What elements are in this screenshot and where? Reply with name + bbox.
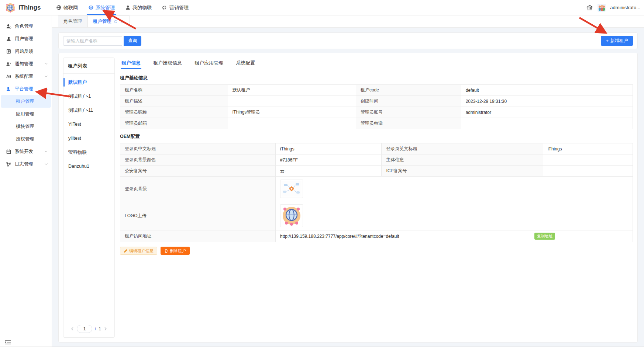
info-row: 公安备案号云-ICP备案号 [120, 166, 633, 177]
chevron-up-icon [44, 87, 48, 91]
login-bg-cell [275, 177, 633, 201]
detail-tab[interactable]: 租户信息 [121, 58, 141, 70]
user-icon [6, 36, 11, 42]
topnav-item[interactable]: 我的物联 [121, 0, 156, 15]
open-tab-label: 租户管理 [93, 18, 111, 25]
collapse-menu-icon[interactable] [5, 339, 11, 345]
open-tab[interactable]: 租户管理 [87, 15, 130, 27]
detail-tab[interactable]: 租户授权信息 [152, 58, 183, 70]
tenant-list-item[interactable]: yllltest [63, 131, 114, 145]
pencil-icon [124, 249, 128, 253]
cell-label: 租户访问地址 [120, 230, 276, 242]
sidebar-item-label: 问题反馈 [15, 48, 33, 55]
tenant-list-item[interactable]: 萤科物联 [63, 145, 114, 159]
toolbar: 查询 + 新增租户 [58, 32, 638, 49]
sidebar-item[interactable]: 平台管理 [0, 83, 52, 95]
delete-tenant-button[interactable]: 删除租户 [161, 247, 190, 255]
refresh-icon[interactable] [114, 20, 118, 24]
app-logo[interactable]: iThings [0, 3, 52, 13]
cell-label: 登录页背景颜色 [120, 154, 276, 166]
open-tab-label: 角色管理 [63, 18, 82, 25]
topnav-label: 系统管理 [96, 4, 115, 11]
avatar[interactable] [597, 4, 606, 12]
tenant-card: 租户列表 默认租户测试租户-1测试租户-11YITestyllltest萤科物联… [58, 53, 638, 343]
sidebar-item[interactable]: 角色管理 [0, 20, 52, 32]
gear-icon [88, 5, 94, 10]
cell-label: 租户描述 [120, 96, 228, 107]
sidebar-subitem[interactable]: 租户管理 [1, 95, 51, 108]
feedback-icon [6, 49, 11, 54]
tenant-url-row: 租户访问地址 http://139.159.188.223:7777/app/c… [120, 230, 633, 242]
topnav-item[interactable]: 营销管理 [158, 0, 193, 15]
sidebar-item[interactable]: 用户管理 [0, 32, 52, 45]
app-window: iThings 物联网 系统管理 我的物联 营销管理 [0, 0, 644, 351]
sidebar-item-label: 角色管理 [15, 23, 33, 29]
edit-tenant-button[interactable]: 编辑租户信息 [120, 247, 157, 255]
sidebar-subitem[interactable]: 授权管理 [1, 133, 51, 145]
tenant-list-item[interactable]: 测试租户-1 [63, 89, 114, 103]
sidebar-item[interactable]: 通知管理 [0, 58, 52, 70]
sidebar-item-label: 通知管理 [15, 61, 33, 67]
prev-page-icon[interactable] [70, 327, 74, 331]
search-input[interactable] [63, 36, 122, 46]
devtool-icon [6, 149, 11, 154]
pagination: / 1 [63, 321, 114, 337]
sidebar-subitem[interactable]: 应用管理 [1, 108, 51, 120]
basic-info-section-title: 租户基础信息 [120, 75, 633, 81]
login-bg-image[interactable] [280, 180, 303, 198]
main-content: 查询 + 新增租户 租户列表 默认租户测试租户-1测试租户-11YITestyl… [52, 28, 644, 347]
cell-label: 管理员电话 [356, 118, 461, 129]
bank-icon[interactable] [586, 4, 593, 11]
cell-value: iThings [275, 143, 382, 154]
cell-value [543, 166, 633, 177]
logo-globe-icon [5, 3, 16, 13]
trash-icon [164, 249, 168, 253]
close-icon[interactable] [120, 20, 124, 24]
app-title: iThings [18, 4, 41, 11]
total-pages: 1 [99, 326, 101, 331]
tenant-list-item[interactable]: YITest [63, 117, 114, 131]
open-tab[interactable]: 角色管理 [58, 15, 87, 27]
sidebar-item[interactable]: 问题反馈 [0, 45, 52, 58]
tenant-logo-image[interactable] [280, 204, 303, 227]
role-icon [6, 24, 11, 29]
tenant-url[interactable]: http://139.159.188.223:7777/app/core/#/?… [280, 234, 399, 239]
detail-actions: 编辑租户信息 删除租户 [120, 247, 633, 255]
tenant-detail-panel: 租户信息租户授权信息租户应用管理系统配置 租户基础信息 租户名称默认租户租户co… [120, 58, 633, 338]
query-button[interactable]: 查询 [124, 36, 141, 46]
copy-url-button[interactable]: 复制地址 [534, 233, 555, 240]
sidebar-subitem[interactable]: 模块管理 [1, 120, 51, 133]
tenant-list-item[interactable]: Danzuhu1 [63, 159, 114, 173]
top-navigation: 物联网 系统管理 我的物联 营销管理 [52, 0, 193, 15]
login-bg-row: 登录页背景 [120, 177, 633, 201]
info-row: 租户描述创建时间2023-12-29 19:31:30 [120, 96, 633, 107]
detail-tab[interactable]: 租户应用管理 [194, 58, 224, 70]
marketing-icon [162, 5, 168, 10]
topnav-item[interactable]: 系统管理 [84, 0, 119, 15]
tenant-list-item[interactable]: 测试租户-11 [63, 103, 114, 117]
detail-tab[interactable]: 系统配置 [235, 58, 256, 70]
tenant-items: 默认租户测试租户-1测试租户-11YITestyllltest萤科物联Danzu… [63, 74, 114, 321]
sidebar-item[interactable]: 系统开发 [0, 145, 52, 158]
sidebar-item[interactable]: 系统配置 [0, 70, 52, 83]
topnav-item[interactable]: 物联网 [52, 0, 82, 15]
oem-config-table: 登录页中文标题iThings登录页英文标题iThings登录页背景颜色#7186… [120, 143, 633, 242]
logo-upload-cell [275, 201, 633, 230]
sidebar-item-label: 用户管理 [15, 36, 33, 42]
cell-value: default [461, 85, 633, 96]
cell-value [228, 118, 356, 129]
chevron-down-icon [44, 74, 48, 78]
cell-label: 主体信息 [382, 154, 543, 166]
tenant-list-item[interactable]: 默认租户 [63, 75, 114, 89]
chevron-down-icon [44, 162, 48, 166]
sidebar-item-label: 平台管理 [15, 86, 33, 92]
topnav-label: 我的物联 [132, 4, 152, 11]
page-number-input[interactable] [77, 325, 92, 333]
cell-label: 登录页英文标题 [382, 143, 543, 154]
add-tenant-button[interactable]: + 新增租户 [601, 36, 633, 46]
logs-icon [6, 161, 11, 167]
next-page-icon[interactable] [104, 327, 107, 331]
info-row: 登录页背景颜色#7186FF主体信息 [120, 154, 633, 166]
current-user[interactable]: administrato... [610, 5, 640, 10]
sidebar-item[interactable]: 日志管理 [0, 158, 52, 170]
